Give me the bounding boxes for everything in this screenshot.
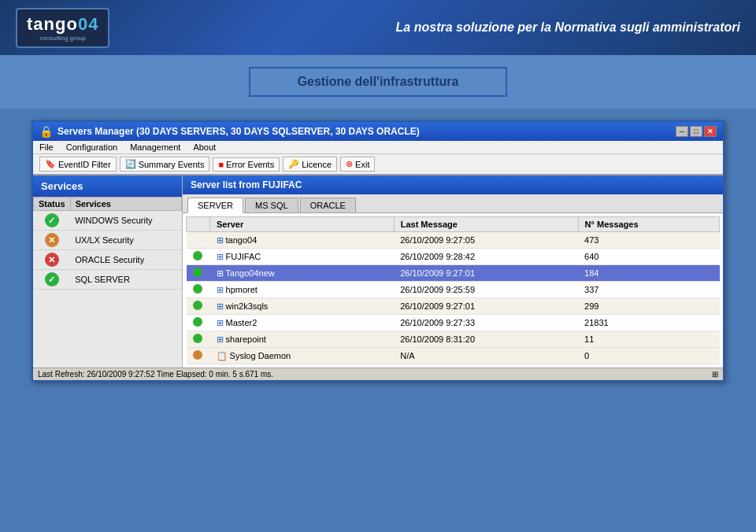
server-last-message-cell: 26/10/2009 9:27:01 xyxy=(394,265,578,282)
tabs-bar: SERVER MS SQL ORACLE xyxy=(183,194,723,213)
tab-server[interactable]: SERVER xyxy=(187,198,243,213)
eventid-filter-icon: 🔖 xyxy=(45,159,56,169)
server-table: Server Last Message N° Messages ⊞ tango0… xyxy=(186,216,720,364)
server-last-message-cell: 26/10/2009 9:27:05 xyxy=(394,232,578,249)
server-last-message-cell: 26/10/2009 8:31:20 xyxy=(394,331,578,348)
server-last-message-cell: 26/10/2009 9:28:42 xyxy=(394,249,578,265)
service-name: UX/LX Security xyxy=(70,231,181,250)
menu-file[interactable]: File xyxy=(39,142,54,152)
server-last-message-cell: 26/10/2009 9:27:33 xyxy=(394,315,578,331)
server-name-cell: ⊞ tango04 xyxy=(210,232,395,249)
windows-icon: ⊞ xyxy=(217,235,224,245)
page-title-box: Gestione dell'infrastruttura xyxy=(249,67,508,97)
summary-events-icon: 🔄 xyxy=(125,159,136,169)
server-status-circle xyxy=(193,317,202,327)
minimize-button[interactable]: ─ xyxy=(676,126,688,137)
eventid-filter-label: EventID Filter xyxy=(58,160,111,169)
server-row[interactable]: ⊞ tango04 26/10/2009 9:27:05 473 xyxy=(187,232,720,249)
server-status-cell xyxy=(187,265,210,282)
left-panel: Services Status Services ✓ WINDOWS Secur… xyxy=(33,175,183,368)
server-status-cell xyxy=(187,348,210,364)
toolbar: 🔖 EventID Filter 🔄 Summary Events ■ Erro… xyxy=(33,154,723,175)
col-indicator xyxy=(187,217,210,232)
col-services: Services xyxy=(70,198,181,211)
eventid-filter-button[interactable]: 🔖 EventID Filter xyxy=(39,157,117,172)
top-header: tango04 consulting group La nostra soluz… xyxy=(0,0,756,55)
col-server: Server xyxy=(210,217,395,232)
server-name-cell: ⊞ hpmoret xyxy=(210,282,395,298)
server-status-cell xyxy=(187,232,210,249)
status-indicator: ✓ xyxy=(45,272,59,286)
server-name-cell: ⊞ Tango04new xyxy=(210,265,395,282)
server-status-empty xyxy=(193,235,202,244)
service-name: ORACLE Security xyxy=(70,250,181,270)
lock-icon: 🔒 xyxy=(39,125,53,138)
server-row[interactable]: 📋 Syslog Daemon N/A 0 xyxy=(187,348,720,364)
logo-sub: consulting group xyxy=(27,35,98,42)
server-status-circle xyxy=(193,350,202,360)
windows-icon: ⊞ xyxy=(217,318,224,327)
left-panel-header: Services xyxy=(33,175,182,197)
server-row[interactable]: ⊞ sharepoint 26/10/2009 8:31:20 11 xyxy=(187,331,720,348)
col-status: Status xyxy=(34,198,71,211)
licence-button[interactable]: 🔑 Licence xyxy=(283,157,337,172)
maximize-button[interactable]: □ xyxy=(690,126,702,137)
col-last-message: Last Message xyxy=(394,217,578,232)
server-status-cell xyxy=(187,282,210,298)
server-name-cell: ⊞ FUJIFAC xyxy=(210,249,395,265)
error-events-icon: ■ xyxy=(218,160,224,169)
server-last-message-cell: 26/10/2009 9:25:59 xyxy=(394,282,578,298)
services-table: Status Services ✓ WINDOWS Security ✕ UX/… xyxy=(33,197,182,290)
right-panel: Server list from FUJIFAC SERVER MS SQL O… xyxy=(183,175,723,368)
status-indicator: ✕ xyxy=(45,233,59,247)
menu-bar: File Configuration Management About xyxy=(33,141,723,154)
exit-button[interactable]: ⊗ Exit xyxy=(340,157,375,172)
page-title-area: Gestione dell'infrastruttura xyxy=(0,55,756,109)
server-row[interactable]: ⊞ hpmoret 26/10/2009 9:25:59 337 xyxy=(187,282,720,298)
server-row[interactable]: ⊞ Master2 26/10/2009 9:27:33 21831 xyxy=(187,315,720,331)
main-content: 🔒 Servers Manager (30 DAYS SERVERS, 30 D… xyxy=(0,109,756,532)
tab-oracle[interactable]: ORACLE xyxy=(300,198,356,212)
service-row[interactable]: ✕ ORACLE Security xyxy=(34,250,182,270)
windows-icon: ⊞ xyxy=(217,285,224,294)
syslog-icon: 📋 xyxy=(217,351,228,360)
windows-icon: ⊞ xyxy=(217,334,224,344)
server-name-cell: ⊞ Master2 xyxy=(210,315,395,331)
error-events-button[interactable]: ■ Error Events xyxy=(213,157,280,172)
service-name: SQL SERVER xyxy=(70,270,181,290)
server-status-circle xyxy=(193,334,202,343)
window-titlebar: 🔒 Servers Manager (30 DAYS SERVERS, 30 D… xyxy=(33,122,723,141)
licence-icon: 🔑 xyxy=(288,159,299,169)
close-button[interactable]: ✕ xyxy=(704,126,717,137)
server-row[interactable]: ⊞ FUJIFAC 26/10/2009 9:28:42 640 xyxy=(187,249,720,265)
licence-label: Licence xyxy=(302,160,332,169)
server-row[interactable]: ⊞ Tango04new 26/10/2009 9:27:01 184 xyxy=(187,265,720,282)
header-tagline: La nostra soluzione per la Normativa sug… xyxy=(396,20,740,35)
menu-about[interactable]: About xyxy=(193,142,216,152)
col-n-messages: N° Messages xyxy=(578,217,719,232)
server-status-cell xyxy=(187,331,210,348)
windows-icon: ⊞ xyxy=(217,301,224,311)
service-row[interactable]: ✓ SQL SERVER xyxy=(34,270,182,290)
window-controls: ─ □ ✕ xyxy=(676,126,717,137)
service-row[interactable]: ✓ WINDOWS Security xyxy=(34,211,182,231)
status-indicator: ✕ xyxy=(45,253,59,267)
summary-events-button[interactable]: 🔄 Summary Events xyxy=(120,157,210,172)
summary-events-label: Summary Events xyxy=(139,160,205,169)
right-panel-header: Server list from FUJIFAC xyxy=(183,175,723,194)
service-row[interactable]: ✕ UX/LX Security xyxy=(34,231,182,250)
server-name-cell: 📋 Syslog Daemon xyxy=(210,348,395,364)
windows-icon: ⊞ xyxy=(217,268,224,278)
server-row[interactable]: ⊞ win2k3sqls 26/10/2009 9:27:01 299 xyxy=(187,298,720,315)
status-icon: ⊞ xyxy=(712,370,718,379)
server-n-messages-cell: 0 xyxy=(578,348,719,364)
server-status-circle xyxy=(193,251,202,260)
content-area: Services Status Services ✓ WINDOWS Secur… xyxy=(33,175,723,368)
exit-icon: ⊗ xyxy=(346,159,353,169)
window-status-bar: Last Refresh: 26/10/2009 9:27:52 Time El… xyxy=(33,368,723,380)
menu-configuration[interactable]: Configuration xyxy=(66,142,117,152)
tab-ms-sql[interactable]: MS SQL xyxy=(245,198,298,212)
menu-management[interactable]: Management xyxy=(130,142,180,152)
status-text: Last Refresh: 26/10/2009 9:27:52 Time El… xyxy=(38,370,273,379)
server-n-messages-cell: 473 xyxy=(578,232,719,249)
